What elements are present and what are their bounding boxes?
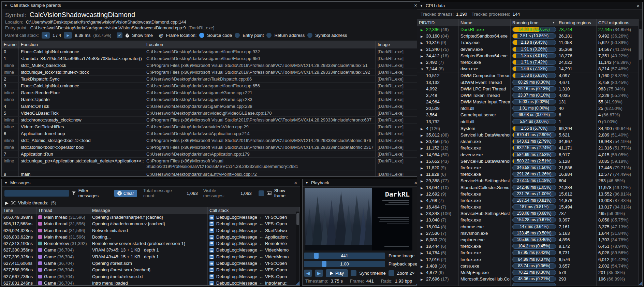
cpu-process-row[interactable]: 3,564 GameInput server69.68 us (0.00%)64… bbox=[417, 112, 639, 118]
cpu-process-row[interactable]: ▶30,160 (84)ScriptedSandbox64.exe2.51 s … bbox=[417, 33, 639, 39]
tree-expand-icon[interactable]: ▶ bbox=[421, 159, 426, 164]
collapse-icon[interactable]: ▼ bbox=[4, 181, 8, 185]
show-time-checkbox[interactable]: ✓ bbox=[117, 32, 122, 38]
radio-source-code[interactable] bbox=[199, 33, 204, 38]
callstack-table-row[interactable]: inlinestd::unique_lock<std::mutex>::lock… bbox=[2, 69, 420, 76]
cpu-process-row[interactable]: ▶12,692 (9)firefox.exe231.76 ms (1.00%)1… bbox=[417, 191, 639, 197]
step-forward-button[interactable]: ▶ bbox=[315, 270, 323, 277]
message-row[interactable]: 627,313,190nsRemoteView (31,392)Remote v… bbox=[2, 240, 300, 247]
tree-expand-icon[interactable]: ▶ bbox=[421, 204, 426, 210]
cpu-process-row[interactable]: 4,092 DWM LPC Port Thread29.16 ms (0.13%… bbox=[417, 86, 639, 92]
messages-scrollbar[interactable] bbox=[296, 212, 299, 285]
callstack-table-row[interactable]: 5VideoGLBase::TickC:\Users\wolf\Desktop\… bbox=[2, 110, 420, 117]
cpu-process-row[interactable]: 13,132 uDWM Event Thread68.29 ms (0.30%)… bbox=[417, 79, 639, 86]
tree-expand-icon[interactable]: ▶ bbox=[421, 263, 426, 269]
tree-expand-icon[interactable]: ▶ bbox=[421, 217, 426, 223]
callstack-cell[interactable]: DebugLog::Message←VFS::Open bbox=[208, 273, 300, 280]
callstack-table-row[interactable]: inlineGame::UpdateC:\Users\wolf\Desktop\… bbox=[2, 96, 420, 103]
play-button[interactable]: Play bbox=[326, 269, 348, 277]
tree-expand-icon[interactable]: ▶ bbox=[421, 276, 426, 282]
cpu-process-row[interactable]: ▶14,784 (5)firefox.exe97.95 ms (0.42%)6,… bbox=[417, 249, 639, 256]
radio-entry-point[interactable] bbox=[235, 33, 240, 38]
clear-button[interactable]: × Clear bbox=[114, 190, 137, 197]
cpu-process-row[interactable]: ▶4,768 (7)firefox.exe187.54 ms (0.81%)14… bbox=[417, 197, 639, 204]
cpu-process-row[interactable]: 13,732 ntdll.dll5.84 us (0.00%)10 (0.00%… bbox=[417, 118, 639, 125]
callstack-table-row[interactable]: inlinestd::_Mutex_base::lockC:\Program F… bbox=[2, 62, 420, 69]
step-back-button[interactable]: ◀ bbox=[304, 270, 312, 277]
cpu-process-row[interactable]: ▶29,388 (77)ServiceHub.SettingsHost273.1… bbox=[417, 177, 639, 184]
callstack-list-icon[interactable] bbox=[209, 248, 214, 253]
frame-image-slider[interactable]: 441 bbox=[304, 253, 385, 259]
callstack-cell[interactable]: DebugLog::Message←VFS::Open bbox=[208, 260, 300, 267]
column-header-location[interactable]: Location bbox=[144, 41, 376, 48]
resize-grip-icon[interactable] bbox=[638, 282, 642, 285]
tree-expand-icon[interactable]: ▶ bbox=[421, 198, 426, 204]
prev-callstack-button[interactable]: ◀ bbox=[42, 32, 50, 39]
cpu-process-row[interactable]: ▶15,004 (8)chrome.exe147 ms (0.64%)7,161… bbox=[417, 224, 639, 230]
callstack-cell[interactable]: DebugLog::Message←VideoMemo bbox=[208, 247, 300, 253]
cpu-process-row[interactable]: ▶8,080 (20)explorer.exe105.66 ms (0.46%)… bbox=[417, 236, 639, 243]
zoom-2x-checkbox[interactable] bbox=[389, 270, 394, 276]
tree-expand-icon[interactable]: ▶ bbox=[421, 47, 426, 53]
callstack-table-row[interactable]: 1<lambda_84a19dc444fae966ca174e83e708bdc… bbox=[2, 55, 420, 62]
message-row[interactable]: 627,411,606nsGame (36,704)Opening /fores… bbox=[2, 260, 300, 267]
message-row[interactable]: 606,049,398nsMain thread (31,596)Opening… bbox=[2, 214, 300, 220]
message-row[interactable]: 626,833,622nsMain thread (31,596)Booting… bbox=[2, 234, 300, 240]
callstack-list-icon[interactable] bbox=[209, 235, 214, 240]
tree-expand-icon[interactable]: ▶ bbox=[421, 250, 426, 256]
callstack-list-icon[interactable] bbox=[209, 274, 214, 279]
cpu-process-row[interactable]: ▶13,044 (10)StandardCollector.Servic242.… bbox=[417, 184, 639, 191]
callstack-cell[interactable]: DebugLog::Message←VFS::Open bbox=[208, 214, 300, 220]
cpu-process-row[interactable]: ▶11,152 (12)firefox.exe632.15 ms (2.74%)… bbox=[417, 145, 639, 151]
tree-expand-icon[interactable]: ▶ bbox=[421, 224, 426, 230]
cpu-process-row[interactable]: 3,748 DWM Token Thread23.37 ms (0.10%)4,… bbox=[417, 92, 639, 99]
callstack-table-row[interactable]: inlineVideo::GetTicksHiResC:\Users\wolf\… bbox=[2, 124, 420, 130]
cpu-process-row[interactable]: ▶18,444 (6)firefox.exe104.2 ms (0.45%)8,… bbox=[417, 243, 639, 249]
column-header-name[interactable]: Name bbox=[459, 19, 511, 26]
tree-expand-icon[interactable]: ▶ bbox=[421, 152, 426, 158]
cpu-process-row[interactable]: ▶11,828 (6)firefox.exe291.26 ms (1.26%)1… bbox=[417, 171, 639, 177]
column-header-callstack[interactable]: Call stack bbox=[208, 207, 300, 214]
cpu-process-row[interactable]: ▶15,652 (43)ServiceHub.DataWarehou580.22… bbox=[417, 158, 639, 164]
tree-expand-icon[interactable]: ▶ bbox=[421, 270, 426, 276]
callstack-list-icon[interactable] bbox=[209, 215, 214, 220]
column-header-frame[interactable]: Frame bbox=[2, 41, 19, 48]
tree-expand-icon[interactable]: ▶ bbox=[421, 172, 426, 177]
cpu-process-row[interactable]: 24,964 DWM Master Input Threa5.03 ms (0.… bbox=[417, 99, 639, 105]
cpu-process-row[interactable]: ▶23,348 (106)ServiceHub.SettingsHost158.… bbox=[417, 210, 639, 217]
callstack-table-row[interactable]: 0Floor::CalcLightNoLuminanceC:\Users\wol… bbox=[2, 48, 420, 55]
column-header-message[interactable]: Message bbox=[90, 207, 208, 214]
callstack-cell[interactable]: DebugLog::Message←StartNetwo bbox=[208, 227, 300, 234]
resize-grip-icon[interactable] bbox=[296, 281, 299, 285]
cpu-process-row[interactable]: 20,508 ntdll.dll1.01 ms (0.00%)4025 (62.… bbox=[417, 105, 639, 112]
radio-return-address[interactable] bbox=[266, 33, 272, 38]
tree-expand-icon[interactable]: ▶ bbox=[421, 40, 426, 46]
close-icon[interactable]: × bbox=[294, 180, 297, 185]
messages-scrollbar-thumb[interactable] bbox=[296, 213, 299, 225]
callstack-table-row[interactable]: inlinestd::unique_ptr<Application,std::d… bbox=[2, 158, 420, 171]
tree-expand-icon[interactable]: ▶ bbox=[421, 191, 426, 197]
column-header-cpu-migrations[interactable]: CPU migrations bbox=[597, 19, 639, 26]
cpu-process-row[interactable]: ▶2,492 (7)firefox.exe1.71 s (7.42%)24,02… bbox=[417, 59, 639, 66]
tree-expand-icon[interactable]: ▶ bbox=[421, 132, 426, 138]
cpu-process-row[interactable]: ▶31,340 (75)devenv.exe1.91 s (8.26%)35,3… bbox=[417, 46, 639, 53]
callstack-table-row[interactable]: 8mainC:\Users\wolf\Desktop\darkrl\src\En… bbox=[2, 171, 420, 177]
tree-expand-icon[interactable]: ▶ bbox=[421, 211, 426, 217]
callstack-table-row[interactable]: 2TaskDispatch::SyncC:\Users\wolf\Desktop… bbox=[2, 76, 420, 83]
column-header-image[interactable]: Image bbox=[376, 41, 420, 48]
callstack-cell[interactable]: DebugLog::Message←VideoMemo bbox=[208, 254, 300, 260]
callstack-list-icon[interactable] bbox=[209, 228, 214, 233]
message-row[interactable]: 606,117,568nsMain thread (31,596)Opening… bbox=[2, 220, 300, 227]
cpu-scrollbar-thumb[interactable] bbox=[639, 29, 642, 60]
message-row[interactable]: 627,831,246nsGame (36,704)Intro menu loa… bbox=[2, 280, 300, 286]
cpu-process-row[interactable]: ▶11,820 (9)firefox.exe346.58 ms (1.50%)2… bbox=[417, 164, 639, 171]
cpu-process-row[interactable]: ▶4 (126)System1.55 s (6.70%)69,29434,400… bbox=[417, 125, 639, 132]
cpu-process-row[interactable]: ▶10,316 (9)Tracy.exe2.18 s (9.45%)11,058… bbox=[417, 39, 639, 46]
callstack-table-row[interactable]: 6Application::InnerLoopC:\Users\wolf\Des… bbox=[2, 130, 420, 137]
cpu-process-row[interactable]: ▼7,144 (8)dwm.exe1.66 s (7.18%)14,2918,2… bbox=[417, 66, 639, 72]
callstack-list-icon[interactable] bbox=[209, 281, 214, 286]
filter-input[interactable] bbox=[4, 190, 69, 197]
callstack-list-icon[interactable] bbox=[209, 261, 214, 266]
cpu-process-row[interactable]: ▶27,696 (17)Microsoft.ServiceHub.Co48.06… bbox=[417, 276, 639, 282]
cpu-process-row[interactable]: ▶1,488 (10)csrss.exe83.74 ms (0.36%)3,65… bbox=[417, 263, 639, 269]
